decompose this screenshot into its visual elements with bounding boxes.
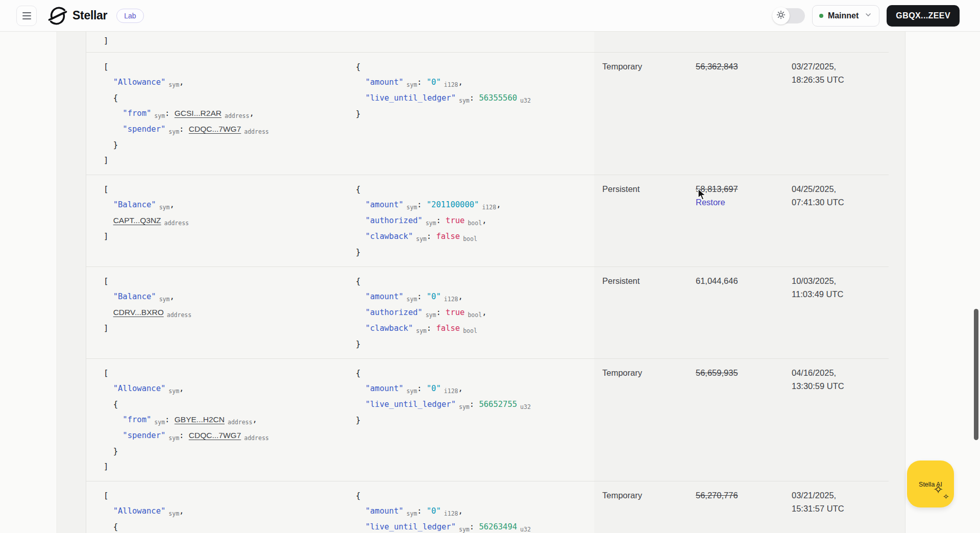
code-token — [356, 384, 365, 393]
code-token: : — [417, 78, 427, 87]
right-gutter — [905, 32, 980, 533]
code-token: "from" — [122, 109, 151, 118]
code-token: , — [458, 78, 462, 87]
code-token: "from" — [122, 415, 151, 424]
code-token: , — [179, 506, 184, 516]
code-token — [104, 125, 122, 134]
app-header: Stellar Lab Mainnet — [0, 0, 980, 32]
durability-cell: Persistent — [594, 267, 688, 358]
date-cell: 03/21/2025, 15:31:57 UTC — [784, 481, 889, 533]
code-token: , — [458, 506, 462, 516]
code-token: } — [356, 109, 360, 118]
code-token: true — [446, 216, 464, 225]
code-token: "amount" — [365, 506, 404, 516]
type-annotation: sym — [416, 235, 427, 243]
network-selector[interactable]: Mainnet — [812, 5, 879, 27]
code-token: { — [356, 369, 360, 378]
code-token: : — [417, 292, 427, 301]
entry-value-json: { "amount"sym: "0"i128, "live_until_ledg… — [351, 359, 594, 481]
code-token: : — [165, 415, 175, 424]
code-token: : — [179, 125, 189, 134]
code-token: : — [417, 384, 427, 393]
entry-key-json: [ "Allowance"sym, { — [86, 481, 351, 533]
code-token: : — [470, 400, 479, 409]
menu-button[interactable] — [16, 6, 37, 26]
type-annotation: u32 — [520, 403, 531, 410]
code-token: { — [104, 93, 118, 103]
ledger-cell: 56,659,935 — [688, 359, 784, 481]
ledger-number: 56,659,935 — [696, 368, 738, 377]
stellar-logo-link[interactable]: Stellar — [48, 6, 107, 26]
code-token: "Balance" — [113, 292, 156, 301]
type-annotation: address — [244, 128, 268, 135]
entry-key-json: [ "Allowance"sym, { "from"sym: GCSI...R2… — [86, 53, 351, 175]
code-token: [ — [104, 277, 108, 286]
entry-key-json: ] — [86, 32, 351, 52]
type-annotation: sym — [426, 311, 436, 319]
address-link[interactable]: CDQC...7WG7 — [189, 431, 241, 440]
type-annotation: address — [228, 419, 252, 426]
code-token: : — [417, 200, 427, 209]
code-token: "amount" — [365, 292, 404, 301]
code-token: 56355560 — [479, 93, 517, 103]
code-token: "clawback" — [365, 232, 413, 241]
date-cell: 04/16/2025, 13:30:59 UTC — [784, 359, 889, 481]
date-cell: 10/03/2025, 11:03:49 UTC — [784, 267, 889, 358]
address-link[interactable]: CAPT...Q3NZ — [113, 216, 161, 225]
code-token: } — [356, 340, 360, 349]
ledger-number: 61,044,646 — [696, 276, 738, 285]
type-annotation: i128 — [444, 387, 458, 395]
sun-icon — [776, 10, 786, 21]
entry-value-json: { "amount"sym: "201100000"i128, "authori… — [351, 175, 594, 266]
type-annotation: sym — [406, 81, 417, 88]
code-token: { — [356, 185, 360, 194]
stella-ai-button[interactable]: ✧✧ Stella AI — [907, 461, 954, 507]
type-annotation: bool — [468, 311, 482, 319]
code-token — [104, 109, 122, 118]
ledger-number: 56,362,843 — [696, 62, 738, 71]
code-token — [104, 200, 113, 209]
type-annotation: sym — [168, 128, 179, 135]
restore-link[interactable]: Restore — [696, 196, 784, 209]
code-token: ] — [104, 232, 108, 241]
code-token: "authorized" — [365, 308, 423, 317]
address-link[interactable]: GCSI...R2AR — [175, 109, 222, 117]
code-token — [104, 431, 122, 440]
stellar-lab-page: Stellar Lab Mainnet — [0, 0, 980, 533]
ledger-cell: 58,813,697Restore — [688, 175, 784, 266]
code-token: , — [482, 216, 486, 225]
durability-cell — [594, 32, 688, 52]
date-cell: 04/25/2025, 07:41:30 UTC — [784, 175, 889, 266]
code-token — [356, 324, 365, 333]
type-annotation: address — [167, 311, 191, 319]
durability-cell: Temporary — [594, 481, 688, 533]
code-token: "Allowance" — [113, 384, 166, 393]
wallet-button[interactable]: GBQX...ZEEV — [887, 5, 960, 27]
entry-key-json: [ "Allowance"sym, { "from"sym: GBYE...H2… — [86, 359, 351, 481]
scrollbar-thumb[interactable] — [974, 309, 978, 440]
ledger-cell: 56,362,843 — [688, 53, 784, 175]
code-token: "Balance" — [113, 200, 156, 209]
code-token: "0" — [427, 384, 441, 393]
code-token: , — [458, 292, 462, 301]
code-token — [356, 200, 365, 209]
theme-toggle[interactable] — [772, 8, 805, 23]
address-link[interactable]: GBYE...H2CN — [175, 415, 225, 424]
code-token: false — [436, 232, 460, 241]
brand-name: Stellar — [72, 9, 107, 22]
type-annotation: i128 — [482, 204, 496, 211]
code-token: 56263494 — [479, 522, 517, 531]
address-link[interactable]: CDRV...BXRO — [113, 308, 164, 317]
entry-value-json — [351, 32, 594, 52]
table-row: [ "Balance"sym, CAPT...Q3NZaddress]{ "am… — [86, 175, 889, 267]
code-token: "clawback" — [365, 324, 413, 333]
ledger-number: 56,270,776 — [696, 491, 738, 500]
ledger-cell: 61,044,646 — [688, 267, 784, 358]
entry-value-json: { "amount"sym: "0"i128, "live_until_ledg… — [351, 53, 594, 175]
type-annotation: bool — [463, 235, 477, 243]
code-token: { — [356, 491, 360, 500]
entry-value-json: { "amount"sym: "0"i128, "live_until_ledg… — [351, 481, 594, 533]
code-token: "authorized" — [365, 216, 423, 225]
code-token: { — [356, 277, 360, 286]
address-link[interactable]: CDQC...7WG7 — [189, 125, 241, 133]
